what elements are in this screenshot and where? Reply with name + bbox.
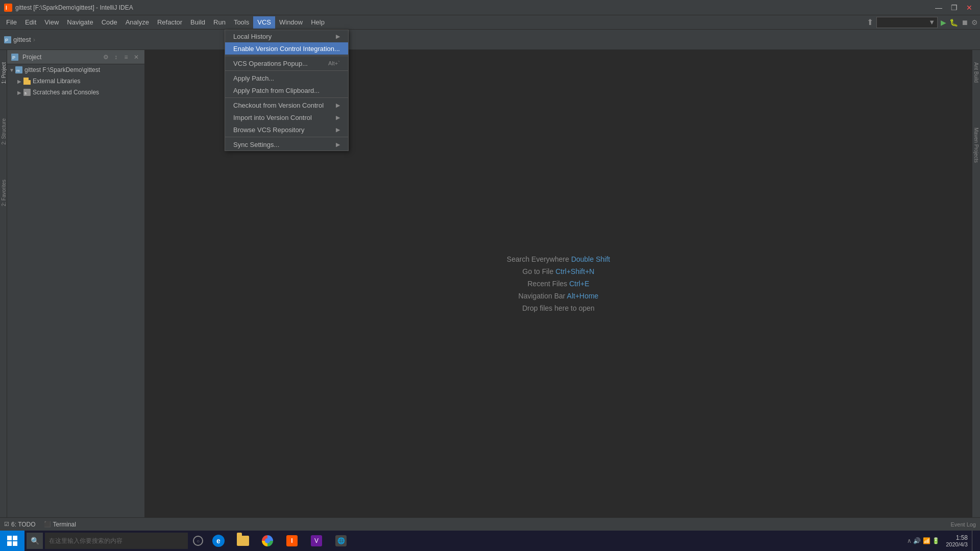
menu-vcs-popup[interactable]: VCS Operations Popup... Alt+` [225, 57, 348, 69]
menu-analyze[interactable]: Analyze [121, 16, 153, 29]
menu-code[interactable]: Code [97, 16, 121, 29]
hint-drop-text: Drop files here to open [522, 304, 595, 312]
import-arrow: ▶ [336, 114, 340, 121]
title-bar: I gittest [F:\SparkDemo\gittest] - Intel… [0, 0, 980, 15]
menu-window[interactable]: Window [275, 16, 307, 29]
settings-icon[interactable]: ⚙ [971, 18, 978, 27]
right-tab-ant[interactable]: Ant Build [973, 60, 979, 85]
menu-vcs[interactable]: VCS [253, 16, 275, 29]
breadcrumb: P gittest › [4, 36, 37, 43]
hint-goto-shortcut: Ctrl+Shift+N [555, 267, 594, 276]
menu-tools[interactable]: Tools [230, 16, 253, 29]
project-icon: P [4, 36, 11, 43]
bottom-terminal[interactable]: ⬛ Terminal [44, 521, 76, 528]
start-button[interactable] [0, 531, 24, 551]
taskbar-search-icon[interactable]: 🔍 [27, 533, 43, 549]
taskbar-search[interactable]: 在这里输入你要搜索的内容 [45, 533, 188, 549]
taskbar-chrome[interactable] [255, 531, 280, 551]
checkout-arrow: ▶ [336, 102, 340, 109]
menu-help[interactable]: Help [307, 16, 329, 29]
tree-item-scratches[interactable]: ▶ s Scratches and Consoles [7, 87, 144, 98]
taskbar-edge[interactable]: e [206, 531, 231, 551]
submenu-arrow: ▶ [336, 33, 340, 40]
menu-enable-vcs[interactable]: Enable Version Control Integration... [225, 42, 348, 55]
minimize-button[interactable]: — [932, 3, 945, 13]
app-icon: I [4, 4, 12, 12]
run-icon[interactable]: ▶ [941, 18, 946, 27]
bottom-todo[interactable]: ☑ 6: TODO [4, 521, 36, 528]
hint-recent: Recent Files Ctrl+E [507, 280, 610, 288]
svg-rect-13 [13, 536, 17, 540]
menu-import-vcs[interactable]: Import into Version Control ▶ [225, 111, 348, 123]
menu-file[interactable]: File [2, 16, 21, 29]
apply-patch-clipboard-label: Apply Patch from Clipboard... [233, 87, 320, 94]
panel-settings-icon[interactable]: ⚙ [102, 53, 110, 61]
terminal-icon: ⬛ [44, 521, 51, 528]
expand-arrow-scratch: ▶ [17, 90, 23, 95]
separator-1 [225, 56, 348, 56]
right-tab-maven[interactable]: Maven Projects [973, 126, 979, 165]
sidebar-tab-project[interactable]: 1: Project [1, 60, 7, 86]
vcs-dropdown: Local History ▶ Enable Version Control I… [225, 30, 349, 151]
separator-4 [225, 137, 348, 137]
scratch-icon: s [23, 89, 31, 96]
branch-selector[interactable]: ▼ [876, 17, 938, 28]
menu-bar: File Edit View Navigate Code Analyze Ref… [0, 15, 980, 30]
taskbar-intellij[interactable]: I [280, 531, 304, 551]
tree-item-gittest[interactable]: ▼ m gittest F:\SparkDemo\gittest [7, 64, 144, 76]
close-button[interactable]: ✕ [963, 3, 976, 13]
menu-navigate[interactable]: Navigate [63, 16, 97, 29]
tray-clock: 1:58 [946, 534, 968, 541]
taskbar-cortana[interactable]: ○ [190, 531, 206, 551]
sidebar-tab-favorites[interactable]: 2: Favorites [1, 178, 7, 208]
import-vcs-label: Import into Version Control [233, 114, 312, 121]
taskbar: 🔍 在这里输入你要搜索的内容 ○ e I [0, 531, 980, 551]
panel-title: Project [22, 54, 100, 61]
browse-vcs-label: Browse VCS Repository [233, 126, 304, 134]
menu-view[interactable]: View [40, 16, 63, 29]
menu-edit[interactable]: Edit [21, 16, 40, 29]
menu-refactor[interactable]: Refactor [153, 16, 186, 29]
taskbar-explorer[interactable] [231, 531, 255, 551]
hint-navbar: Navigation Bar Alt+Home [507, 292, 610, 300]
event-log-label: Event Log [950, 521, 976, 528]
tray-date: 2020/4/3 [946, 541, 968, 547]
sidebar-tab-structure[interactable]: 2: Structure [1, 116, 7, 147]
todo-label: 6: TODO [11, 521, 36, 528]
stop-icon[interactable]: ⏹ [961, 18, 968, 27]
event-log[interactable]: Event Log [950, 521, 976, 528]
taskbar-vpn[interactable]: V [304, 531, 329, 551]
browse-arrow: ▶ [336, 127, 340, 133]
panel-gear-icon[interactable]: ≡ [122, 53, 130, 61]
menu-local-history[interactable]: Local History ▶ [225, 30, 348, 42]
menu-sync-settings[interactable]: Sync Settings... ▶ [225, 138, 348, 151]
todo-icon: ☑ [4, 521, 9, 528]
separator-2 [225, 70, 348, 71]
menu-run[interactable]: Run [209, 16, 230, 29]
svg-text:P: P [5, 38, 8, 43]
hint-drop: Drop files here to open [507, 304, 610, 312]
menu-browse-vcs[interactable]: Browse VCS Repository ▶ [225, 123, 348, 136]
hint-goto-text: Go to File [523, 267, 556, 276]
menu-checkout-vcs[interactable]: Checkout from Version Control ▶ [225, 99, 348, 111]
commit-icon[interactable]: ⬆ [867, 17, 873, 27]
maximize-button[interactable]: ❐ [947, 3, 961, 13]
panel-close-icon[interactable]: ✕ [132, 53, 140, 61]
taskbar-tray: ∧ 🔊 📶 🔋 1:58 2020/4/3 [903, 531, 980, 551]
menu-apply-patch-clipboard[interactable]: Apply Patch from Clipboard... [225, 84, 348, 96]
debug-icon[interactable]: 🐛 [949, 18, 958, 27]
menu-apply-patch[interactable]: Apply Patch... [225, 72, 348, 84]
project-panel: P Project ⚙ ↕ ≡ ✕ ▼ m gittest F:\SparkDe… [7, 50, 145, 517]
hint-search-text: Search Everywhere [507, 255, 571, 263]
local-history-label: Local History [233, 33, 272, 40]
tree-item-external-libraries[interactable]: ▶ External Libraries [7, 76, 144, 87]
bottom-bar: ☑ 6: TODO ⬛ Terminal Event Log [0, 517, 980, 531]
hint-goto: Go to File Ctrl+Shift+N [507, 267, 610, 276]
expand-arrow: ▼ [9, 67, 15, 73]
checkout-vcs-label: Checkout from Version Control [233, 102, 324, 109]
tree-item-label: gittest F:\SparkDemo\gittest [24, 66, 100, 73]
show-desktop[interactable] [972, 531, 976, 551]
menu-build[interactable]: Build [186, 16, 209, 29]
taskbar-app7[interactable]: 🌐 [329, 531, 353, 551]
panel-sort-icon[interactable]: ↕ [112, 53, 120, 61]
